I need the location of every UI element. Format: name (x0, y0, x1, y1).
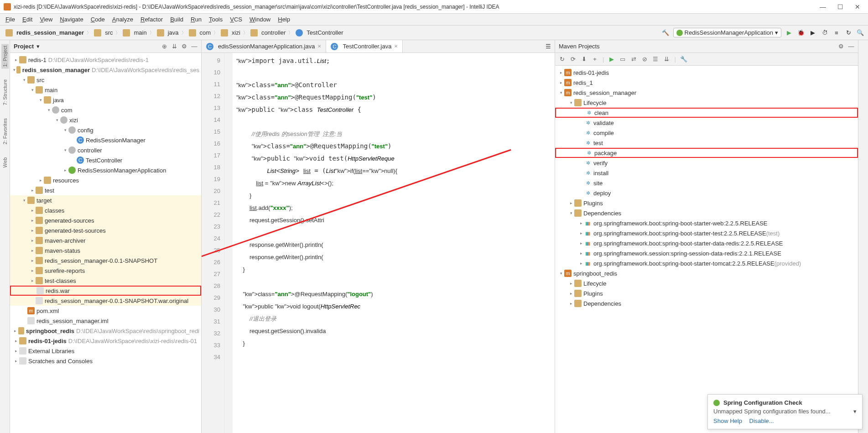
tree-item-generated-sources[interactable]: ▸generated-sources (10, 215, 201, 225)
tree-arrow-icon[interactable]: ▸ (37, 178, 44, 183)
maven-item-compile[interactable]: ✲compile (555, 128, 858, 138)
maven-item-org-springframework-boot-spring-boot-starter-data-redis-2-2-5-release[interactable]: ▸▮▮▮org.springframework.boot:spring-boot… (555, 238, 858, 248)
tree-arrow-icon[interactable]: ▸ (29, 238, 36, 243)
tree-item-redis_session_manager-0-0-1-snapshot-war-original[interactable]: redis_session_manager-0.0.1-SNAPSHOT.war… (10, 296, 201, 306)
settings-icon[interactable]: 🔧 (681, 56, 687, 63)
code-area[interactable]: "kw">import java.util.List; "kw">class="… (233, 53, 555, 433)
maven-item-redis_session_manager[interactable]: ▾mredis_session_manager (555, 88, 858, 98)
hide-icon[interactable]: — (191, 43, 198, 50)
tree-item-test-classes[interactable]: ▸test-classes (10, 276, 201, 286)
tree-item-redis-01-jedis[interactable]: ▸redis-01-jedisD:\IDEA\JavaWorkSpace\red… (10, 336, 201, 346)
maven-item-dependencies[interactable]: ▸Dependencies (555, 298, 858, 308)
tree-arrow-icon[interactable]: ▸ (578, 251, 584, 256)
stop-button[interactable]: ■ (832, 29, 841, 37)
menu-code[interactable]: Code (87, 15, 109, 24)
tree-arrow-icon[interactable]: ▾ (54, 118, 60, 122)
tree-arrow-icon[interactable]: ▸ (62, 168, 68, 172)
tree-arrow-icon[interactable]: ▸ (29, 188, 36, 193)
tree-arrow-icon[interactable]: ▾ (21, 78, 27, 82)
tree-arrow-icon[interactable]: ▸ (578, 261, 584, 266)
tree-arrow-icon[interactable]: ▾ (62, 148, 68, 152)
collapse-all-icon[interactable]: ⇊ (171, 43, 177, 50)
tree-item-target[interactable]: ▾target (10, 195, 201, 205)
tree-arrow-icon[interactable]: ▸ (13, 57, 19, 62)
tree-item-redis-1[interactable]: ▸redis-1D:\IDEA\JavaWorkSpace\redis\redi… (10, 55, 201, 65)
download-icon[interactable]: ⬇ (581, 56, 587, 63)
tree-item-src[interactable]: ▾src (10, 75, 201, 85)
maven-item-install[interactable]: ✲install (555, 168, 858, 178)
menu-vcs[interactable]: VCS (226, 15, 246, 24)
tree-arrow-icon[interactable]: ▸ (29, 228, 36, 233)
menu-tools[interactable]: Tools (205, 15, 226, 24)
tree-arrow-icon[interactable]: ▸ (558, 80, 564, 85)
search-button[interactable]: 🔍 (856, 29, 864, 37)
tree-arrow-icon[interactable]: ▾ (568, 100, 574, 105)
scroll-from-icon[interactable]: ⊕ (161, 43, 167, 50)
maven-tree[interactable]: ▸mredis-01-jedis▸mredis_1▾mredis_session… (555, 66, 858, 433)
tree-arrow-icon[interactable]: ▾ (558, 271, 564, 276)
tree-item-classes[interactable]: ▸classes (10, 205, 201, 215)
maven-item-org-springframework-boot-spring-boot-starter-tomcat-2-2-5-release[interactable]: ▸▮▮▮org.springframework.boot:spring-boot… (555, 258, 858, 268)
tree-item-pom-xml[interactable]: mpom.xml (10, 306, 201, 316)
editor-tab-edissessionmanagerapplication-java[interactable]: CedisSessionManagerApplication.java✕ (202, 40, 326, 52)
maven-item-dependencies[interactable]: ▾Dependencies (555, 208, 858, 218)
update-button[interactable]: ↻ (844, 29, 852, 37)
tree-item-controller[interactable]: ▾controller (10, 145, 201, 155)
chevron-down-icon[interactable]: ▾ (36, 43, 40, 50)
menu-window[interactable]: Window (246, 15, 274, 24)
tree-arrow-icon[interactable]: ▾ (21, 198, 27, 203)
tree-item-config[interactable]: ▾config (10, 125, 201, 135)
add-icon[interactable]: + (592, 56, 598, 63)
hide-icon[interactable]: — (848, 43, 854, 50)
tree-arrow-icon[interactable]: ▸ (13, 359, 19, 363)
disable-link[interactable]: Disable... (749, 417, 774, 424)
maven-item-site[interactable]: ✲site (555, 178, 858, 188)
breadcrumb-main[interactable]: main (121, 28, 148, 37)
skip-tests-icon[interactable]: ⊘ (641, 56, 648, 63)
maven-item-lifecycle[interactable]: ▾Lifecycle (555, 98, 858, 108)
tree-item-com[interactable]: ▾com (10, 105, 201, 115)
tree-arrow-icon[interactable]: ▾ (46, 108, 52, 112)
maven-item-plugins[interactable]: ▸Plugins (555, 198, 858, 208)
profile-button[interactable]: ⏱ (821, 29, 829, 37)
breadcrumb-java[interactable]: java (155, 28, 181, 37)
maven-item-redis-01-jedis[interactable]: ▸mredis-01-jedis (555, 68, 858, 78)
tree-item-test[interactable]: ▸test (10, 185, 201, 195)
tree-item-redis_session_manager-0-0-1-snapshot[interactable]: ▸redis_session_manager-0.0.1-SNAPSHOT (10, 256, 201, 266)
run-config-dropdown[interactable]: RedisSessionManagerApplication ▾ (673, 28, 781, 37)
breadcrumb-TestController[interactable]: TestController (294, 28, 345, 37)
collapse-icon[interactable]: ⇊ (663, 56, 670, 63)
execute-icon[interactable]: ▭ (619, 56, 626, 63)
tree-arrow-icon[interactable]: ▸ (29, 208, 36, 213)
menu-refactor[interactable]: Refactor (137, 15, 166, 24)
toggle-icon[interactable]: ⇄ (630, 56, 637, 63)
tree-item-xizi[interactable]: ▾xizi (10, 115, 201, 125)
editor-tab-testcontroller-java[interactable]: CTestController.java✕ (326, 40, 403, 52)
breadcrumb-src[interactable]: src (92, 28, 114, 37)
generate-icon[interactable]: ⟳ (570, 56, 576, 63)
tree-item-redis_session_manager-iml[interactable]: redis_session_manager.iml (10, 316, 201, 326)
tree-item-springboot_redis[interactable]: ▸springboot_redisD:\IDEA\JavaWorkSpace\r… (10, 326, 201, 336)
tree-arrow-icon[interactable]: ▸ (568, 201, 574, 205)
reimport-icon[interactable]: ↻ (559, 56, 565, 63)
tree-item-surefire-reports[interactable]: ▸surefire-reports (10, 266, 201, 276)
maven-item-verify[interactable]: ✲verify (555, 158, 858, 168)
gear-icon[interactable]: ⚙ (181, 43, 187, 50)
maven-item-redis_1[interactable]: ▸mredis_1 (555, 78, 858, 88)
tool-tab-7-structure[interactable]: 7: Structure (1, 78, 9, 107)
tree-arrow-icon[interactable]: ▸ (578, 231, 584, 235)
tree-item-redissessionmanager[interactable]: CRedisSessionManager (10, 135, 201, 145)
maven-item-clean[interactable]: ✲clean (555, 108, 858, 118)
menu-run[interactable]: Run (187, 15, 205, 24)
tree-arrow-icon[interactable]: ▾ (29, 88, 36, 92)
menu-edit[interactable]: Edit (19, 15, 36, 24)
maven-item-plugins[interactable]: ▸Plugins (555, 288, 858, 298)
maven-item-org-springframework-boot-spring-boot-starter-test-2-2-5-release[interactable]: ▸▮▮▮org.springframework.boot:spring-boot… (555, 228, 858, 238)
breadcrumb-icon[interactable]: ☰ (546, 43, 551, 50)
tree-arrow-icon[interactable]: ▸ (578, 241, 584, 245)
tree-arrow-icon[interactable]: ▸ (29, 218, 36, 223)
menu-file[interactable]: File (2, 15, 19, 24)
coverage-button[interactable]: ▶ (809, 29, 817, 37)
tree-arrow-icon[interactable]: ▸ (568, 291, 574, 296)
tree-arrow-icon[interactable]: ▸ (29, 248, 36, 253)
